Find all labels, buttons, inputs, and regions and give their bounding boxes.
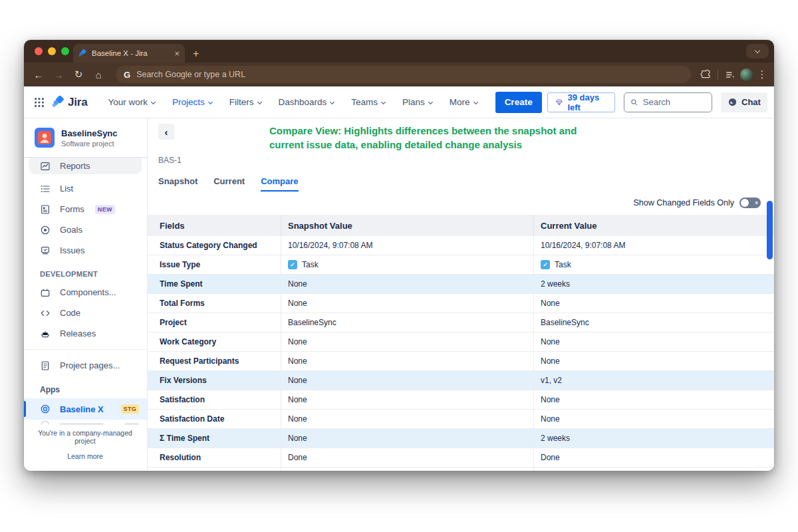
search-input[interactable] <box>643 97 706 107</box>
snapshot-value-cell: None <box>281 275 533 293</box>
nav-projects[interactable]: Projects <box>172 97 212 107</box>
sidebar-item-releases[interactable]: Releases <box>24 323 147 344</box>
chevron-down-icon <box>755 47 760 53</box>
back-button[interactable]: ‹ <box>158 124 174 140</box>
current-value-cell: ✓Task <box>533 255 774 274</box>
back-icon[interactable]: ← <box>31 69 47 80</box>
close-window-button[interactable] <box>35 47 43 55</box>
address-bar[interactable]: G <box>116 66 691 83</box>
list-icon <box>40 184 51 194</box>
sidebar-footer: You're in a company-managed project Lear… <box>24 425 146 471</box>
new-tab-button[interactable]: + <box>193 48 199 63</box>
table-row: Total FormsNoneNone <box>148 294 774 313</box>
nav-more[interactable]: More <box>450 97 477 107</box>
sidebar-item-issues[interactable]: Issues <box>24 240 147 261</box>
snapshot-value-cell: None <box>281 352 533 370</box>
url-input[interactable] <box>136 70 683 79</box>
tab-compare[interactable]: Compare <box>261 176 298 192</box>
browser-tab[interactable]: Baseline X - Jira × <box>73 44 185 63</box>
sidebar-item-list[interactable]: List <box>24 178 147 199</box>
snapshot-value-cell: None <box>281 390 533 409</box>
field-name-cell: Fix Versions <box>148 371 281 390</box>
jira-logo[interactable]: Jira <box>52 96 87 109</box>
create-button[interactable]: Create <box>495 92 542 113</box>
field-name-cell: Approvals <box>148 467 281 471</box>
page-scrollbar-thumb[interactable] <box>767 201 773 259</box>
sidebar-item-baseline-x[interactable]: Baseline X STG <box>24 398 147 420</box>
current-value-cell: None <box>533 467 774 471</box>
table-row: ResolutionDoneDone <box>148 448 774 467</box>
snapshot-value-cell: None <box>281 371 533 390</box>
nav-teams[interactable]: Teams <box>351 97 385 107</box>
reload-icon[interactable]: ↻ <box>70 68 86 80</box>
current-value-cell: 10/16/2024, 9:07:08 AM <box>533 236 774 255</box>
snapshot-value-cell: None <box>281 410 533 428</box>
issues-icon <box>40 245 51 256</box>
field-name-cell: Resolution <box>148 448 281 467</box>
issue-key: BAS-1 <box>148 156 774 165</box>
current-value-cell: 2 weeks <box>533 275 774 293</box>
home-icon[interactable]: ⌂ <box>90 69 106 80</box>
stg-badge: STG <box>121 404 139 414</box>
new-badge: NEW <box>95 205 115 214</box>
nav-plans[interactable]: Plans <box>402 97 432 107</box>
field-name-cell: Work Category <box>148 332 281 351</box>
table-body: Status Category Changed10/16/2024, 9:07:… <box>148 236 774 471</box>
nav-filters[interactable]: Filters <box>229 97 261 107</box>
chevron-down-icon <box>473 99 478 104</box>
snapshot-value-cell: BaselineSync <box>281 313 533 332</box>
task-type-icon: ✓ <box>288 260 297 269</box>
field-name-cell: Time Spent <box>148 275 281 293</box>
snapshot-value-cell: Done <box>281 448 533 467</box>
jira-logo-text: Jira <box>68 96 87 109</box>
extensions-icon[interactable] <box>700 69 711 80</box>
forward-icon[interactable]: → <box>51 69 66 80</box>
tab-current[interactable]: Current <box>213 176 245 192</box>
table-row: Time SpentNone2 weeks <box>148 275 774 294</box>
releases-ship-icon <box>40 329 51 339</box>
trial-days-left-button[interactable]: 39 days left <box>547 92 616 112</box>
components-icon <box>40 287 51 298</box>
gem-icon <box>555 98 563 107</box>
nav-dashboards[interactable]: Dashboards <box>279 97 334 107</box>
sidebar-item-reports[interactable]: Reports <box>29 158 142 174</box>
sidebar-item-goals[interactable]: Goals <box>24 219 147 240</box>
zoom-window-button[interactable] <box>61 47 69 55</box>
sidebar-item-components[interactable]: Components... <box>24 282 147 303</box>
chevron-down-icon <box>208 99 213 104</box>
toggle-knob <box>741 199 749 207</box>
table-row: Fix VersionsNonev1, v2 <box>148 371 774 390</box>
snapshot-value-cell: None <box>281 294 533 313</box>
chevron-down-icon <box>151 99 156 104</box>
reading-list-icon[interactable] <box>725 69 736 80</box>
show-changed-fields-label: Show Changed Fields Only <box>634 198 734 207</box>
code-icon <box>40 308 51 319</box>
sidebar-item-project-pages[interactable]: Project pages... <box>24 355 147 376</box>
window-controls <box>35 47 69 55</box>
current-value-cell: None <box>533 294 774 313</box>
learn-more-link[interactable]: Learn more <box>28 452 142 460</box>
table-row: Satisfaction DateNoneNone <box>148 410 774 429</box>
chevron-down-icon <box>330 99 334 104</box>
chrome-profile-chevron-button[interactable] <box>746 44 769 59</box>
tab-close-icon[interactable]: × <box>174 49 180 59</box>
sidebar-item-forms[interactable]: Forms NEW <box>24 199 147 219</box>
minimize-window-button[interactable] <box>48 47 56 55</box>
table-row: Request ParticipantsNoneNone <box>148 352 774 371</box>
browser-menu-icon[interactable]: ⋮ <box>757 68 767 80</box>
toggle-x-icon: x <box>755 200 758 205</box>
table-row: ApprovalsNoneNone <box>148 467 774 471</box>
field-name-cell: Request Participants <box>148 352 281 370</box>
snapshot-value-cell: None <box>281 467 533 471</box>
tab-snapshot[interactable]: Snapshot <box>158 176 198 192</box>
app-switcher-icon[interactable] <box>33 96 45 108</box>
browser-profile-avatar[interactable] <box>740 68 753 81</box>
global-search[interactable] <box>624 92 712 112</box>
project-header[interactable]: BaselineSync Software project <box>24 118 147 154</box>
nav-your-work[interactable]: Your work <box>108 97 155 107</box>
sidebar-item-code[interactable]: Code <box>24 303 147 323</box>
chevron-down-icon <box>428 99 433 104</box>
current-value-cell: None <box>533 352 774 370</box>
chat-button[interactable]: Chat <box>721 92 767 112</box>
show-changed-fields-toggle[interactable]: x <box>739 198 761 208</box>
